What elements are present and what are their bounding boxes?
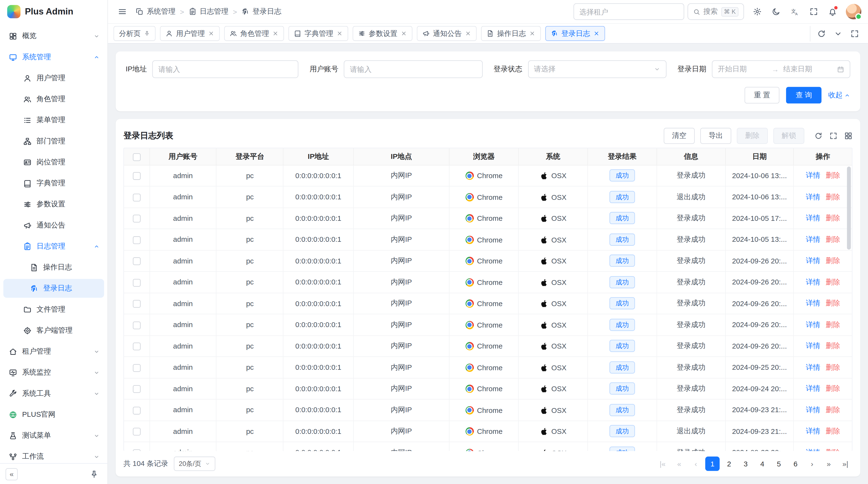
select-all-checkbox[interactable] — [133, 153, 140, 161]
detail-link[interactable]: 详情 — [806, 256, 820, 265]
row-checkbox[interactable] — [133, 343, 140, 350]
page-size-select[interactable]: 20条/页 — [174, 456, 215, 471]
detail-link[interactable]: 详情 — [806, 214, 820, 222]
detail-link[interactable]: 详情 — [806, 342, 820, 350]
detail-link[interactable]: 详情 — [806, 384, 820, 392]
detail-link[interactable]: 详情 — [806, 192, 820, 200]
detail-link[interactable]: 详情 — [806, 235, 820, 243]
sidebar-item-notice[interactable]: 通知公告 — [3, 216, 104, 234]
close-icon[interactable] — [529, 30, 535, 36]
prev-page-button[interactable]: ‹ — [689, 456, 703, 471]
sidebar-item-monitoring[interactable]: 系统监控 — [3, 363, 104, 382]
close-icon[interactable] — [465, 30, 471, 36]
row-checkbox[interactable] — [133, 193, 140, 201]
row-checkbox[interactable] — [133, 428, 140, 435]
detail-link[interactable]: 详情 — [806, 171, 820, 179]
delete-link[interactable]: 删除 — [826, 214, 840, 222]
query-button[interactable]: 查 询 — [786, 87, 822, 103]
row-checkbox[interactable] — [133, 215, 140, 223]
row-checkbox[interactable] — [133, 449, 140, 451]
pin-icon[interactable] — [144, 30, 150, 36]
delete-link[interactable]: 删除 — [826, 363, 840, 371]
sidebar-item-overview[interactable]: 概览 — [3, 27, 104, 45]
sidebar-item-workflow[interactable]: 工作流 — [3, 447, 104, 463]
delete-link[interactable]: 删除 — [826, 299, 840, 307]
first-page-button[interactable]: |« — [655, 456, 670, 471]
page-button-4[interactable]: 4 — [755, 456, 770, 471]
tab-oplog[interactable]: 操作日志 — [481, 26, 541, 41]
sidebar-item-testmenu[interactable]: 测试菜单 — [3, 426, 104, 445]
delete-link[interactable]: 删除 — [826, 448, 840, 451]
sidebar-item-params[interactable]: 参数设置 — [3, 195, 104, 214]
row-checkbox[interactable] — [133, 300, 140, 308]
sidebar-item-tenants[interactable]: 租户管理 — [3, 342, 104, 361]
menu-toggle-button[interactable] — [115, 4, 130, 19]
sidebar-item-logs[interactable]: 日志管理 — [3, 237, 104, 256]
breadcrumb-item[interactable]: 日志管理 — [189, 7, 228, 17]
export-button[interactable]: 导出 — [700, 128, 731, 144]
row-checkbox[interactable] — [133, 385, 140, 393]
delete-link[interactable]: 删除 — [826, 384, 840, 392]
sidebar-item-oplog[interactable]: 操作日志 — [3, 258, 104, 277]
close-icon[interactable] — [593, 30, 599, 36]
column-settings-icon[interactable] — [844, 131, 852, 139]
collapse-filter-link[interactable]: 收起 — [828, 90, 850, 100]
page-button-6[interactable]: 6 — [788, 456, 803, 471]
back-5-pages-button[interactable]: « — [672, 456, 686, 471]
tab-notice[interactable]: 通知公告 — [417, 26, 477, 41]
delete-link[interactable]: 删除 — [826, 406, 840, 414]
row-checkbox[interactable] — [133, 236, 140, 244]
delete-link[interactable]: 删除 — [826, 192, 840, 200]
tab-params[interactable]: 参数设置 — [352, 26, 412, 41]
sidebar-item-depts[interactable]: 部门管理 — [3, 132, 104, 151]
table-scrollbar[interactable] — [847, 167, 851, 250]
sidebar-item-files[interactable]: 文件管理 — [3, 300, 104, 319]
delete-link[interactable]: 删除 — [826, 427, 840, 435]
row-checkbox[interactable] — [133, 321, 140, 329]
detail-link[interactable]: 详情 — [806, 448, 820, 451]
forward-5-pages-button[interactable]: » — [822, 456, 836, 471]
tabs-fullscreen-button[interactable] — [847, 26, 863, 41]
notifications-button[interactable] — [825, 4, 840, 19]
tabs-menu-button[interactable] — [830, 26, 846, 41]
sidebar-item-menus[interactable]: 菜单管理 — [3, 110, 104, 129]
delete-button[interactable]: 删除 — [737, 128, 768, 144]
detail-link[interactable]: 详情 — [806, 363, 820, 371]
date-range-picker[interactable]: 开始日期 → 结束日期 — [712, 60, 850, 78]
sidebar-item-users[interactable]: 用户管理 — [3, 69, 104, 88]
sidebar-item-tools[interactable]: 系统工具 — [3, 384, 104, 403]
page-button-5[interactable]: 5 — [772, 456, 786, 471]
breadcrumb-item[interactable]: 登录日志 — [241, 7, 281, 17]
unlock-button[interactable]: 解锁 — [773, 128, 804, 144]
delete-link[interactable]: 删除 — [826, 235, 840, 243]
detail-link[interactable]: 详情 — [806, 406, 820, 414]
sidebar-item-clients[interactable]: 客户端管理 — [3, 321, 104, 340]
page-button-2[interactable]: 2 — [722, 456, 736, 471]
clear-button[interactable]: 清空 — [664, 128, 695, 144]
detail-link[interactable]: 详情 — [806, 427, 820, 435]
ip-input[interactable] — [152, 60, 299, 78]
delete-link[interactable]: 删除 — [826, 256, 840, 265]
refresh-icon[interactable] — [814, 131, 823, 139]
detail-link[interactable]: 详情 — [806, 320, 820, 328]
sidebar-item-system[interactable]: 系统管理 — [3, 47, 104, 66]
tab-loginlog[interactable]: 登录日志 — [545, 26, 605, 41]
next-page-button[interactable]: › — [805, 456, 819, 471]
user-avatar[interactable] — [846, 4, 861, 19]
delete-link[interactable]: 删除 — [826, 342, 840, 350]
detail-link[interactable]: 详情 — [806, 299, 820, 307]
sidebar-item-roles[interactable]: 角色管理 — [3, 90, 104, 108]
delete-link[interactable]: 删除 — [826, 320, 840, 328]
theme-toggle-button[interactable] — [768, 4, 784, 19]
detail-link[interactable]: 详情 — [806, 278, 820, 286]
tenant-select-input[interactable] — [574, 3, 684, 20]
status-select[interactable]: 请选择 — [528, 60, 666, 78]
close-icon[interactable] — [273, 30, 278, 36]
expand-icon[interactable] — [829, 131, 837, 139]
tab-dict[interactable]: 字典管理 — [288, 26, 348, 41]
language-button[interactable] — [787, 4, 803, 19]
logo[interactable]: Plus Admin — [0, 0, 107, 23]
delete-link[interactable]: 删除 — [826, 278, 840, 286]
account-input[interactable] — [344, 60, 483, 78]
sidebar-item-site[interactable]: PLUS官网 — [3, 405, 104, 424]
